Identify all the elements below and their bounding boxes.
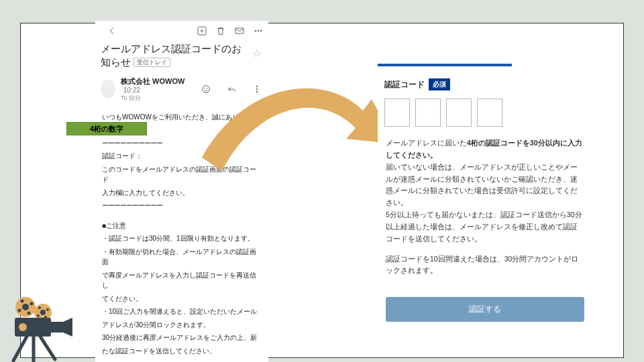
svg-point-5	[203, 86, 210, 93]
svg-point-16	[18, 309, 21, 312]
svg-point-4	[260, 30, 262, 32]
caution-5: ・10回ご入力を間違えると、設定いただいたメール	[102, 306, 262, 317]
required-badge: 必須	[429, 78, 450, 90]
four-digits-chip: 4桁の数字	[66, 122, 147, 135]
svg-point-10	[256, 91, 258, 93]
svg-point-2	[255, 30, 256, 32]
svg-point-3	[258, 30, 259, 32]
form-p2: 届いていない場合は、メールアドレスが正しいことやメールが迷惑メールに分類されてい…	[386, 162, 584, 209]
svg-point-20	[46, 308, 49, 311]
code-input-row	[378, 90, 592, 137]
form-p1c: てください。	[393, 151, 437, 159]
code-digit-4[interactable]	[477, 99, 502, 127]
body-codelabel: 認証コード：	[102, 151, 262, 162]
form-title: 認証コード	[384, 79, 425, 90]
email-toolbar	[95, 21, 268, 40]
body-greet1: いつもWOWOWをご利用いただき、誠にありがとう	[102, 112, 262, 123]
subject-line2: 知らせ	[101, 56, 131, 68]
svg-point-18	[40, 310, 46, 315]
caution-7: 30分経過後に再度メールアドレスをご入力の上、新	[102, 333, 262, 343]
svg-point-8	[256, 86, 258, 87]
form-title-row: 認証コード 必須	[378, 78, 592, 90]
more-icon[interactable]	[252, 25, 264, 37]
caution-head: ■ご注意	[102, 221, 262, 231]
email-subject: メールアドレス認証コードのお 知らせ 受信トレイ ☆	[95, 40, 268, 71]
sender-name: 株式会社 WOWOW	[121, 77, 184, 85]
svg-point-14	[30, 302, 34, 306]
body-rule: ーーーーーーーーーー	[102, 138, 262, 149]
body-code2: 入力欄に入力してください。	[102, 188, 262, 198]
avatar	[101, 80, 115, 99]
svg-point-12	[22, 304, 29, 310]
body-rule3: ーーーーーーーーーー	[102, 359, 262, 362]
archive-icon[interactable]	[196, 25, 208, 37]
emoji-icon[interactable]	[200, 83, 212, 95]
form-instructions: メールアドレスに届いた4桁の認証コードを30分以内に入力してください。 届いてい…	[378, 137, 592, 285]
svg-point-7	[207, 88, 208, 88]
caution-8: たな認証コードを送信してください。	[102, 346, 262, 357]
svg-marker-25	[63, 318, 72, 337]
delete-icon[interactable]	[215, 25, 227, 37]
caution-6: アドレスが30分間ロックされます。	[102, 320, 262, 330]
more-vertical-icon[interactable]	[251, 83, 263, 95]
form-p1a: メールアドレスに届いた	[386, 139, 467, 147]
verify-button[interactable]: 認証する	[386, 297, 584, 322]
caution-4: てください。	[102, 294, 262, 304]
svg-point-22	[37, 314, 40, 317]
svg-point-15	[28, 312, 31, 315]
slide-frame: メールアドレス認証コードのお 知らせ 受信トレイ ☆ 株式会社 WOWOW 10…	[20, 23, 624, 358]
code-digit-1[interactable]	[384, 99, 410, 127]
body-code1: このコードをメールアドレスの認証画面の認証コード	[102, 164, 262, 185]
email-body: いつもWOWOWをご利用いただき、誠にありがとう ございます。 ーーーーーーーー…	[95, 104, 268, 363]
form-accent-bar	[378, 64, 512, 66]
caution-2: ・有効期限が切れた場合、メールアドレスの認証画面	[102, 247, 262, 267]
caution-3: で再度メールアドレスを入力し認証コードを再送信し	[102, 270, 262, 291]
svg-point-13	[21, 300, 24, 303]
sender-time: 10:22	[123, 86, 140, 94]
svg-rect-24	[50, 322, 64, 333]
svg-point-6	[205, 88, 205, 88]
verify-form-panel: 認証コード 必須 メールアドレスに届いた4桁の認証コードを30分以内に入力してく…	[378, 64, 592, 334]
sender-row: 株式会社 WOWOW 10:22 To 自分	[95, 71, 268, 104]
body-rule2: ーーーーーーーーーー	[102, 200, 262, 211]
caution-1: ・認証コードは30分間、1回限り有効となります。	[102, 233, 262, 244]
svg-point-19	[38, 306, 41, 309]
subject-line1: メールアドレス認証コードのお	[101, 43, 241, 54]
inbox-tag: 受信トレイ	[133, 58, 170, 67]
email-preview-panel: メールアドレス認証コードのお 知らせ 受信トレイ ☆ 株式会社 WOWOW 10…	[95, 21, 268, 362]
sender-to: To 自分	[121, 94, 188, 103]
reply-icon[interactable]	[225, 83, 237, 95]
star-icon[interactable]: ☆	[252, 46, 262, 61]
form-p3: 5分以上待っても届かないまたは、認証コード送信から30分以上経過した場合は、メー…	[386, 209, 584, 245]
svg-rect-1	[235, 28, 244, 34]
svg-point-9	[256, 88, 258, 90]
mail-icon[interactable]	[233, 25, 246, 37]
back-icon[interactable]	[106, 25, 118, 37]
form-p4: 認証コードを10回間違えた場合は、30分間アカウントがロックされます。	[386, 253, 584, 278]
code-digit-3[interactable]	[446, 99, 472, 127]
code-digit-2[interactable]	[415, 99, 441, 127]
camera-clipart-icon	[0, 288, 74, 362]
svg-point-26	[19, 323, 27, 331]
